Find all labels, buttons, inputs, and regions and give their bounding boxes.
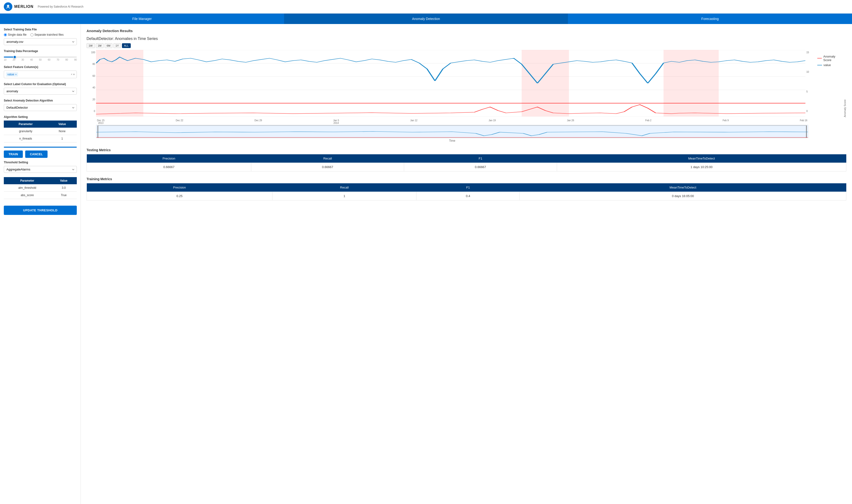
- mini-chart-row: [87, 125, 846, 138]
- label-col-wrapper: anomaly: [4, 88, 77, 95]
- train-recall-header: Recall: [272, 183, 416, 192]
- test-precision-header: Precision: [87, 154, 251, 163]
- separate-files-option[interactable]: Separate train/test files: [31, 33, 64, 36]
- svg-rect-7: [96, 50, 143, 116]
- label-col-section: Select Label Column for Evaluation (Opti…: [4, 83, 77, 95]
- train-recall-val: 1: [272, 192, 416, 200]
- mini-chart-svg: [96, 125, 808, 138]
- time-btn-1y[interactable]: 1Y: [113, 43, 121, 48]
- time-btn-1m[interactable]: 1M: [96, 43, 104, 48]
- tab-forecasting[interactable]: Forecasting: [568, 14, 852, 24]
- value-granularity: None: [48, 128, 77, 135]
- value-nthreads: 1: [48, 135, 77, 142]
- chart-svg: [96, 50, 805, 116]
- train-cancel-row: TRAIN CANCEL: [4, 150, 77, 158]
- sidebar: Select Training Data File Single data fi…: [0, 24, 81, 504]
- svg-point-0: [7, 5, 9, 7]
- param-nthreads: n_threads: [4, 135, 48, 142]
- file-select[interactable]: anomaly.csv: [4, 38, 77, 45]
- y-axis-right: 15 10 5 0: [805, 50, 815, 117]
- training-data-section: Select Training Data File Single data fi…: [4, 28, 77, 45]
- train-mttd-val: 0 days 16:05:00: [520, 192, 846, 200]
- feature-col-label: Select Feature Column(s): [4, 65, 77, 69]
- app-header: MERLION Powered by Salesforce AI Researc…: [0, 0, 852, 14]
- testing-metrics-title: Testing Metrics: [87, 148, 846, 152]
- results-title: Anomaly Detection Results: [87, 29, 846, 33]
- test-recall-header: Recall: [251, 154, 404, 163]
- training-metrics-section: Training Metrics Precision Recall F1 Mea…: [87, 177, 846, 200]
- legend-value: value: [817, 63, 844, 67]
- test-mttd-val: 1 days 10:25:00: [557, 163, 846, 172]
- algorithm-section: Select Anomaly Detection Algorithm Defau…: [4, 99, 77, 111]
- single-file-option[interactable]: Single data file: [4, 33, 26, 36]
- test-precision-val: 0.66667: [87, 163, 251, 172]
- time-btn-1w[interactable]: 1W: [87, 43, 95, 48]
- algorithm-wrapper: DefaultDetector: [4, 104, 77, 111]
- param-col-header: Parameter: [4, 121, 48, 128]
- update-threshold-button[interactable]: UPDATE THRESHOLD: [4, 206, 77, 215]
- blue-divider: [4, 147, 77, 148]
- training-metrics-title: Training Metrics: [87, 177, 846, 181]
- cancel-button[interactable]: CANCEL: [25, 150, 48, 158]
- threshold-algo-select[interactable]: AggregateAlarms: [4, 166, 77, 173]
- separate-files-radio[interactable]: [31, 33, 34, 36]
- logo-area: MERLION Powered by Salesforce AI Researc…: [4, 2, 84, 11]
- training-pct-label: Training Data Percentage: [4, 50, 77, 53]
- training-data-label: Select Training Data File: [4, 28, 77, 31]
- value-alm-threshold: 3.0: [51, 184, 77, 192]
- label-col-select[interactable]: anomaly: [4, 88, 77, 95]
- train-f1-header: F1: [416, 183, 520, 192]
- main-layout: Select Training Data File Single data fi…: [0, 24, 852, 504]
- legend-anomaly-score: Anomaly Score: [817, 55, 844, 62]
- tag-input-clear[interactable]: × ▾: [71, 73, 75, 76]
- param-granularity: granularity: [4, 128, 48, 135]
- x-axis-label: Time: [96, 139, 808, 142]
- x-axis-labels: Dec 152013 Dec 22 Dec 29 Jan 52014 Jan 1…: [96, 119, 808, 124]
- threshold-label: Threshold Setting: [4, 161, 77, 164]
- table-row: alm_threshold 3.0: [4, 184, 77, 192]
- algorithm-select[interactable]: DefaultDetector: [4, 104, 77, 111]
- svg-rect-9: [664, 50, 719, 116]
- slider-track: [4, 57, 77, 57]
- table-row: 0.66667 0.66667 0.66667 1 days 10:25:00: [87, 163, 846, 172]
- x-axis-labels-row: Dec 152013 Dec 22 Dec 29 Jan 52014 Jan 1…: [87, 119, 846, 124]
- train-mttd-header: MeanTimeToDetect: [520, 183, 846, 192]
- time-period-buttons: 1W 1M 6M 1Y ALL: [87, 43, 846, 48]
- time-btn-all[interactable]: ALL: [122, 43, 131, 48]
- feature-col-input[interactable]: value × × ▾: [4, 71, 77, 78]
- logo-icon: [4, 2, 12, 11]
- training-pct-slider[interactable]: 10 20 30 40 50 60 70 80 90: [4, 57, 77, 61]
- label-col-label: Select Label Column for Evaluation (Opti…: [4, 83, 77, 86]
- mini-chart[interactable]: [96, 125, 808, 138]
- table-row: granularity None: [4, 128, 77, 135]
- thresh-value-header: Value: [51, 177, 77, 184]
- legend-anomaly-label: Anomaly Score: [823, 55, 844, 62]
- test-mttd-header: MeanTimeToDetect: [557, 154, 846, 163]
- test-recall-val: 0.66667: [251, 163, 404, 172]
- chart-title: DefaultDetector: Anomalies in Time Serie…: [87, 37, 846, 41]
- table-row: abs_score True: [4, 192, 77, 199]
- y-axis-right-label: Anomaly Score: [844, 50, 846, 117]
- app-name: MERLION: [14, 4, 34, 9]
- time-btn-6m[interactable]: 6M: [105, 43, 112, 48]
- separate-files-label: Separate train/test files: [35, 33, 64, 36]
- feature-tag-remove[interactable]: ×: [15, 73, 17, 76]
- svg-rect-8: [522, 50, 569, 116]
- threshold-params-table: Parameter Value alm_threshold 3.0 abs_sc…: [4, 177, 77, 199]
- tab-file-manager[interactable]: File Manager: [0, 14, 284, 24]
- train-button[interactable]: TRAIN: [4, 150, 23, 158]
- training-headers-row: Precision Recall F1 MeanTimeToDetect: [87, 183, 846, 192]
- slider-labels: 10 20 30 40 50 60 70 80 90: [4, 58, 77, 61]
- param-alm-threshold: alm_threshold: [4, 184, 51, 192]
- file-select-wrapper: anomaly.csv: [4, 38, 77, 45]
- single-file-radio[interactable]: [4, 33, 7, 36]
- tab-anomaly-detection[interactable]: Anomaly Detection: [284, 14, 568, 24]
- main-content: Anomaly Detection Results DefaultDetecto…: [81, 24, 852, 504]
- slider-thumb[interactable]: [13, 55, 16, 59]
- single-file-label: Single data file: [8, 33, 26, 36]
- x-axis-spacer-right: [808, 119, 846, 124]
- train-f1-val: 0.4: [416, 192, 520, 200]
- table-row: n_threads 1: [4, 135, 77, 142]
- main-chart: [96, 50, 805, 117]
- algo-settings-table: Parameter Value granularity None n_threa…: [4, 121, 77, 142]
